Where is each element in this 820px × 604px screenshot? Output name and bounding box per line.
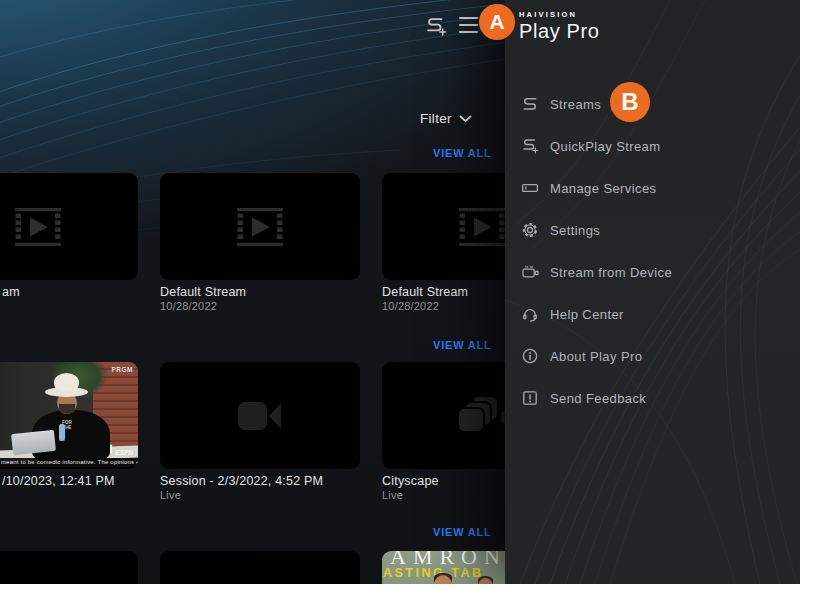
menu-item-help-center[interactable]: Help Center (505, 300, 800, 328)
haivision-logo: HAIVISION (519, 10, 599, 19)
help-center-icon (521, 305, 539, 323)
menu-item-label: Streams (550, 97, 601, 112)
streams-icon (521, 95, 539, 113)
card-label: Default Stream 10/28/2022 (160, 285, 370, 313)
water-bottle (59, 424, 65, 441)
hamburger-menu-icon[interactable] (458, 17, 478, 33)
menu-item-streams[interactable]: Streams (505, 90, 800, 118)
stream-from-device-icon (521, 263, 539, 281)
film-play-icon (459, 208, 505, 246)
live-stream-thumbnail[interactable]: FOR THE PRGM ESPN meant to be comedic in… (0, 362, 138, 469)
card-subtitle: 10/28/2022 (160, 300, 370, 313)
screenshot-canvas: Filter VIEW ALL VIEW ALL VIEW ALL (0, 0, 820, 604)
nav-drawer: HAIVISION Play Pro Streams (505, 0, 800, 584)
menu-item-quickplay-stream[interactable]: QuickPlay Stream (505, 132, 800, 160)
menu-item-label: Send Feedback (550, 391, 646, 406)
menu-item-settings[interactable]: Settings (505, 216, 800, 244)
filter-control[interactable]: Filter (420, 111, 472, 126)
brand-block: HAIVISION Play Pro (519, 10, 599, 43)
session-card-thumbnail[interactable] (0, 551, 138, 584)
view-all-link-live[interactable]: VIEW ALL (433, 339, 492, 351)
stream-card-thumbnail[interactable] (160, 173, 360, 280)
app-window: Filter VIEW ALL VIEW ALL VIEW ALL (0, 0, 800, 584)
about-info-icon (521, 347, 539, 365)
stream-card-thumbnail[interactable] (0, 173, 138, 280)
menu-item-label: Manage Services (550, 181, 656, 196)
cowboy-hat-crown (54, 373, 79, 391)
person-beard (59, 404, 75, 414)
view-all-link-recordings[interactable]: VIEW ALL (433, 147, 492, 159)
menu-item-label: Settings (550, 223, 600, 238)
menu-item-label: Help Center (550, 307, 624, 322)
card-label: Session - 2/3/2022, 4:52 PM Live (160, 474, 370, 502)
menu-item-manage-services[interactable]: Manage Services (505, 174, 800, 202)
menu-item-send-feedback[interactable]: Send Feedback (505, 384, 800, 412)
manage-services-icon (521, 179, 539, 197)
watermark-bottom: ESPN (115, 449, 133, 456)
film-play-icon (237, 208, 283, 246)
quickplay-stream-icon (521, 137, 539, 155)
quickplay-stream-icon[interactable] (424, 14, 448, 38)
menu-item-label: About Play Pro (550, 349, 642, 364)
menu-item-label: Stream from Device (550, 265, 672, 280)
session-card-thumbnail[interactable] (160, 551, 360, 584)
multicam-stacked-icon (455, 394, 509, 438)
settings-gear-icon (521, 221, 539, 239)
watermark-top: PRGM (112, 366, 134, 373)
video-camera-icon (238, 401, 282, 431)
app-title: Play Pro (519, 20, 599, 43)
film-play-icon (15, 208, 61, 246)
card-title: Default Stream (160, 285, 370, 299)
chevron-down-icon (459, 115, 472, 123)
filter-label: Filter (420, 111, 452, 126)
letterbox-bar (0, 467, 138, 469)
card-title: Session - 2/3/2022, 4:52 PM (160, 474, 370, 488)
card-subtitle: Live (160, 489, 370, 502)
callout-badge-b: B (610, 82, 650, 122)
ticker-text: meant to be comedic informative. The opi… (0, 458, 138, 467)
menu-item-stream-from-device[interactable]: Stream from Device (505, 258, 800, 286)
menu-item-label: QuickPlay Stream (550, 139, 660, 154)
callout-badge-a: A (479, 4, 515, 40)
live-session-thumbnail[interactable] (160, 362, 360, 469)
menu-item-about-play-pro[interactable]: About Play Pro (505, 342, 800, 370)
view-all-link-sessions[interactable]: VIEW ALL (433, 526, 492, 538)
send-feedback-icon (521, 389, 539, 407)
laptop (11, 430, 56, 455)
drawer-guilloche-pattern (505, 0, 800, 584)
